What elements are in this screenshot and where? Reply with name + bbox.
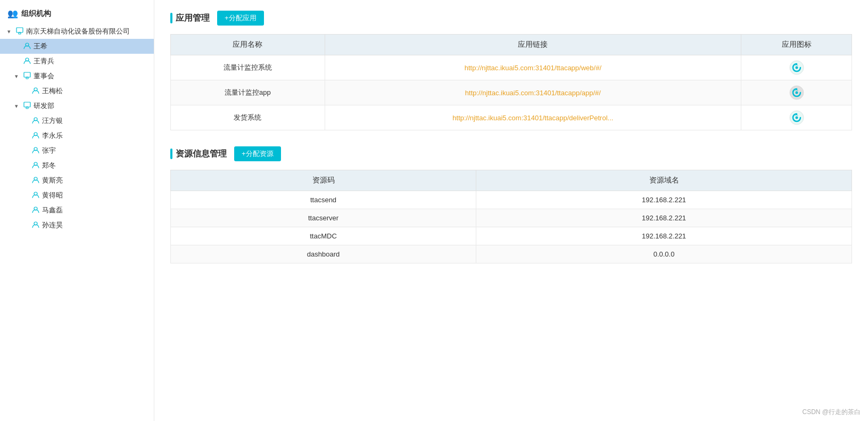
resource-table-row: ttacsend192.168.2.221: [171, 191, 852, 209]
main-content: 应用管理 +分配应用 应用名称 应用链接 应用图标 流量计监控系统http://…: [154, 0, 868, 421]
app-icon-cell: [741, 105, 852, 130]
person-icon: [32, 117, 39, 126]
app-icon-cell: [741, 55, 852, 80]
org-structure-icon: 👥: [7, 9, 18, 19]
tree-node-huangsiliang[interactable]: 黄斯亮: [0, 173, 154, 188]
person-icon: [32, 206, 39, 215]
resource-code-cell: dashboard: [171, 245, 476, 263]
person-icon: [32, 176, 39, 185]
tree-node-wangfangyin[interactable]: 汪方银: [0, 113, 154, 128]
app-link-cell[interactable]: http://njttac.ikuai5.com:31401/ttacapp/w…: [325, 55, 741, 80]
tree-node-zhangyu[interactable]: 张宇: [0, 143, 154, 158]
resource-domain-cell: 192.168.2.221: [476, 209, 852, 227]
node-label: 王青兵: [34, 56, 54, 66]
accent-bar-2: [170, 148, 172, 159]
node-label: 研发部: [34, 101, 54, 111]
assign-resource-button[interactable]: +分配资源: [234, 146, 281, 161]
app-name-cell: 流量计监控系统: [171, 55, 325, 80]
toggle-icon: ▾: [15, 103, 22, 110]
app-name-cell: 流量计监控app: [171, 80, 325, 105]
watermark: CSDN @行走的茶白: [802, 408, 861, 417]
sidebar-title: 组织机构: [21, 9, 51, 19]
tree-node-yanfabu[interactable]: ▾研发部: [0, 98, 154, 113]
svg-rect-1: [19, 32, 21, 34]
col-resource-domain: 资源域名: [476, 170, 852, 191]
org-icon: [23, 72, 31, 81]
resource-management-header: 资源信息管理 +分配资源: [170, 146, 852, 161]
node-label: 黄斯亮: [42, 176, 63, 185]
resource-code-cell: ttacsend: [171, 191, 476, 209]
person-icon: [32, 131, 39, 141]
tree-node-zhengdong[interactable]: 郑冬: [0, 158, 154, 173]
col-resource-code: 资源码: [171, 170, 476, 191]
resource-table-row: ttacserver192.168.2.221: [171, 209, 852, 227]
svg-rect-9: [24, 102, 30, 107]
node-label: 王希: [34, 42, 47, 51]
person-icon: [32, 161, 39, 170]
resource-table-row: ttacMDC192.168.2.221: [171, 227, 852, 245]
org-tree: ▾南京天梯自动化设备股份有限公司王希王青兵▾董事会王梅松▾研发部汪方银李永乐张宇…: [0, 24, 154, 233]
svg-rect-10: [26, 107, 28, 109]
app-table: 应用名称 应用链接 应用图标 流量计监控系统http://njttac.ikua…: [170, 34, 852, 130]
tree-node-dongshihui[interactable]: ▾董事会: [0, 69, 154, 84]
toggle-icon: ▾: [7, 28, 15, 35]
org-icon: [23, 102, 31, 111]
tree-node-company[interactable]: ▾南京天梯自动化设备股份有限公司: [0, 24, 154, 39]
resource-domain-cell: 192.168.2.221: [476, 227, 852, 245]
node-label: 李永乐: [42, 131, 63, 141]
assign-app-button[interactable]: +分配应用: [217, 11, 264, 26]
person-icon: [32, 221, 39, 230]
tree-node-wangxi[interactable]: 王希: [0, 39, 154, 54]
node-label: 孙连昊: [42, 220, 63, 230]
resource-domain-cell: 192.168.2.221: [476, 191, 852, 209]
resource-code-cell: ttacserver: [171, 209, 476, 227]
app-table-row: 流量计监控系统http://njttac.ikuai5.com:31401/tt…: [171, 55, 852, 80]
app-title-bar: 应用管理: [170, 13, 210, 24]
app-link-cell[interactable]: http://njttac.ikuai5.com:31401/ttacapp/d…: [325, 105, 741, 130]
svg-point-25: [795, 117, 798, 119]
node-label: 南京天梯自动化设备股份有限公司: [26, 27, 130, 36]
resource-table: 资源码 资源域名 ttacsend192.168.2.221ttacserver…: [170, 170, 852, 263]
tree-node-maxinlei[interactable]: 马鑫磊: [0, 203, 154, 218]
person-icon: [32, 146, 39, 155]
app-management-header: 应用管理 +分配应用: [170, 11, 852, 26]
app-name-cell: 发货系统: [171, 105, 325, 130]
person-icon: [32, 191, 39, 200]
node-label: 王梅松: [42, 86, 63, 96]
app-management-title: 应用管理: [176, 13, 210, 24]
app-link-cell[interactable]: http://njttac.ikuai5.com:31401/ttacapp/a…: [325, 80, 741, 105]
sidebar: 👥 组织机构 ▾南京天梯自动化设备股份有限公司王希王青兵▾董事会王梅松▾研发部汪…: [0, 0, 154, 421]
tree-node-wangqingbing[interactable]: 王青兵: [0, 54, 154, 69]
node-label: 黄得昭: [42, 191, 63, 200]
app-table-row: 流量计监控apphttp://njttac.ikuai5.com:31401/t…: [171, 80, 852, 105]
node-label: 郑冬: [42, 161, 56, 170]
col-app-icon: 应用图标: [741, 35, 852, 55]
svg-point-23: [795, 92, 798, 94]
svg-rect-5: [24, 72, 30, 77]
node-label: 董事会: [34, 71, 54, 81]
accent-bar: [170, 13, 172, 23]
tree-node-sunlianhao[interactable]: 孙连昊: [0, 218, 154, 233]
org-icon: [16, 27, 23, 36]
node-label: 汪方银: [42, 116, 63, 126]
node-label: 马鑫磊: [42, 205, 63, 215]
resource-table-row: dashboard0.0.0.0: [171, 245, 852, 263]
person-icon: [23, 42, 31, 51]
tree-node-huangdezhao[interactable]: 黄得昭: [0, 188, 154, 203]
resource-title-bar: 资源信息管理: [170, 148, 227, 160]
resource-code-cell: ttacMDC: [171, 227, 476, 245]
toggle-icon: ▾: [15, 73, 22, 80]
app-table-row: 发货系统http://njttac.ikuai5.com:31401/ttaca…: [171, 105, 852, 130]
app-icon-cell: [741, 80, 852, 105]
resource-management-title: 资源信息管理: [176, 148, 227, 160]
tree-node-wangmeisong[interactable]: 王梅松: [0, 84, 154, 98]
tree-node-liyongle[interactable]: 李永乐: [0, 128, 154, 143]
resource-domain-cell: 0.0.0.0: [476, 245, 852, 263]
person-icon: [32, 87, 39, 96]
sidebar-header: 👥 组织机构: [0, 5, 154, 24]
svg-rect-0: [16, 28, 23, 32]
person-icon: [23, 57, 31, 66]
svg-point-21: [795, 67, 798, 69]
col-app-link: 应用链接: [325, 35, 741, 55]
node-label: 张宇: [42, 146, 56, 155]
